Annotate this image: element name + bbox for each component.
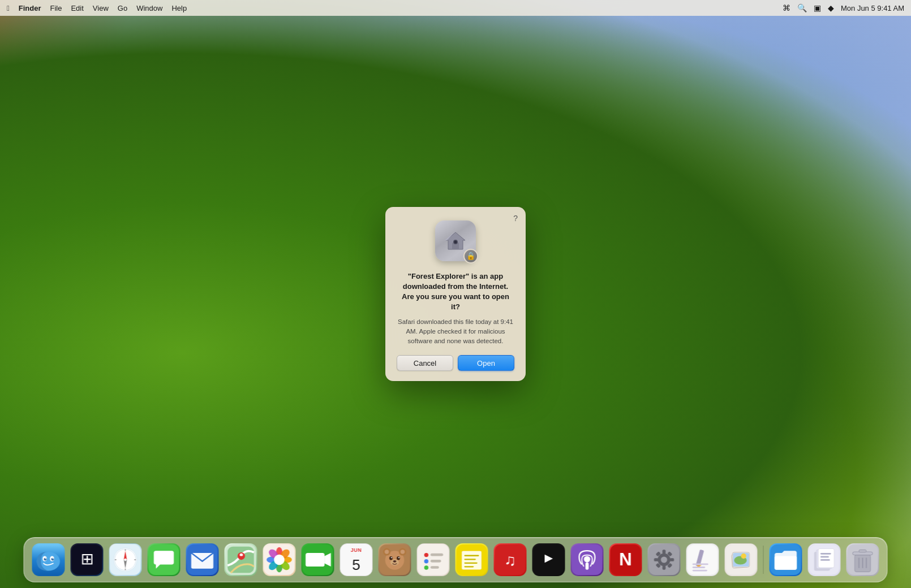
open-button[interactable]: Open (458, 355, 514, 371)
house-svg-icon (444, 229, 467, 253)
svg-point-5 (454, 240, 457, 243)
dialog-overlay: ? 🔒 "Forest Explorer" is an a (0, 0, 911, 588)
dialog-title: "Forest Explorer" is an app downloaded f… (397, 271, 514, 313)
app-icon: 🔒 (435, 220, 476, 261)
cancel-button[interactable]: Cancel (397, 355, 453, 371)
dialog-subtitle: Safari downloaded this file today at 9:4… (397, 317, 514, 347)
security-dialog: ? 🔒 "Forest Explorer" is an a (385, 207, 526, 382)
app-icon-container: 🔒 (433, 218, 478, 263)
dialog-buttons: Cancel Open (397, 355, 514, 371)
help-button[interactable]: ? (513, 214, 518, 223)
lock-icon: 🔒 (466, 252, 475, 260)
lock-badge: 🔒 (463, 249, 478, 263)
